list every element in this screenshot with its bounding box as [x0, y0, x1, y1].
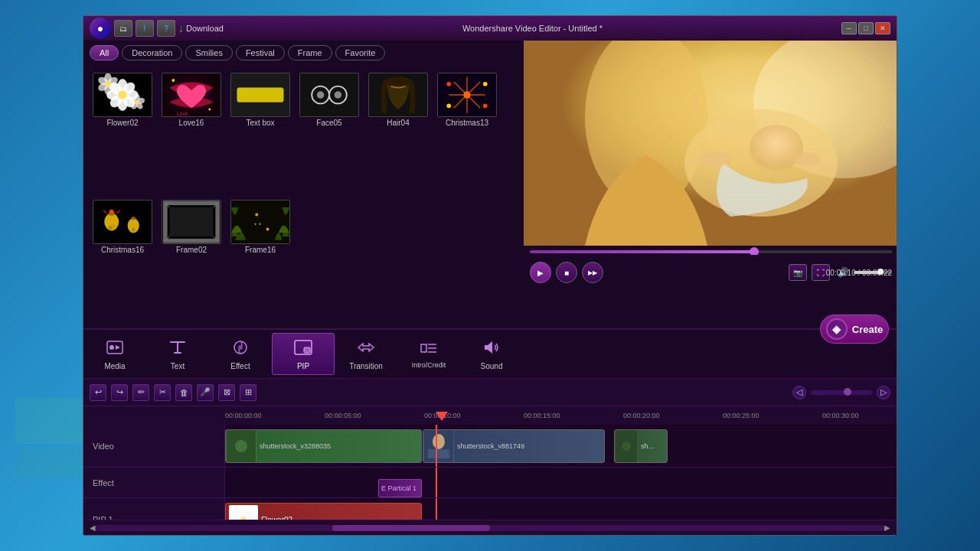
clips-grid: Flower02 [83, 65, 524, 328]
clip-label-love16: Love16 [179, 119, 204, 127]
svg-text:Love: Love [177, 111, 188, 116]
progress-track[interactable] [530, 250, 892, 253]
video-clip-3[interactable]: sh... [614, 429, 668, 463]
clip-hair04[interactable]: Hair04 [364, 70, 433, 197]
pip-icon [294, 338, 312, 360]
track-pip1: PIP 1 [83, 498, 897, 520]
tool-effect-label: Effect [230, 362, 250, 370]
clip-label-christmas13: Christmas13 [446, 119, 488, 127]
clip-label-flower02: Flower02 [106, 119, 138, 127]
tool-transition[interactable]: Transition [335, 333, 397, 375]
clip-label-frame16: Frame16 [245, 246, 276, 254]
timeline-scroll-left[interactable]: ◀ [90, 523, 96, 532]
video-clip-1[interactable]: shutterstock_v3288035 [225, 429, 422, 463]
zoom-in-btn[interactable]: ▷ [877, 386, 890, 399]
clip-label-face05: Face05 [316, 119, 341, 127]
delete-btn[interactable]: 🗑 [175, 384, 192, 401]
tool-text-label: Text [171, 362, 185, 370]
snapshot-btn[interactable]: 📷 [789, 264, 807, 281]
clip-frame16[interactable]: ✦ ✦ Frame16 [226, 197, 295, 324]
svg-point-44 [483, 103, 488, 108]
clip-textbox[interactable]: Text box [226, 70, 295, 197]
video-clip-thumb-3 [615, 430, 638, 462]
svg-text:*: * [452, 106, 454, 110]
tool-sound[interactable]: Sound [460, 333, 523, 375]
maximize-btn[interactable]: □ [858, 22, 874, 34]
cut-btn[interactable]: ✂ [154, 384, 171, 401]
fast-forward-btn[interactable]: ▶▶ [582, 262, 603, 283]
svg-rect-73 [524, 41, 897, 246]
tool-transition-label: Transition [349, 362, 383, 370]
stop-btn[interactable]: ■ [556, 262, 577, 283]
tool-intro-credit[interactable]: Intro/Credit [397, 333, 460, 375]
progress-fill [530, 250, 754, 253]
tab-smilies[interactable]: Smilies [185, 45, 232, 60]
ruler-mark-6: 00:00:30:00 [822, 412, 897, 419]
minimize-btn[interactable]: ─ [841, 22, 857, 34]
track-effect-label: Effect [83, 468, 225, 497]
svg-point-41 [446, 82, 451, 86]
edit-btn[interactable]: ✏ [132, 384, 149, 401]
tool-text[interactable]: Text [146, 333, 209, 375]
tool-media[interactable]: Media [83, 333, 146, 375]
file-manager-btn[interactable]: 🗂 [114, 20, 132, 37]
play-btn[interactable]: ▶ [530, 262, 551, 283]
playhead-video [436, 425, 437, 467]
intro-credit-icon [420, 339, 438, 360]
clip-christmas16[interactable]: Christmas16 [88, 197, 157, 324]
tab-frame[interactable]: Frame [288, 45, 332, 60]
ruler-mark-1: 00:00:05:00 [325, 412, 424, 419]
tab-decoration[interactable]: Decoration [122, 45, 182, 60]
clip-frame02[interactable]: Frame02 [157, 197, 226, 324]
h-scrollbar[interactable] [96, 525, 884, 531]
tab-all[interactable]: All [90, 45, 119, 60]
h-scrollbar-thumb [332, 525, 490, 531]
tool-pip[interactable]: PIP [272, 333, 335, 375]
ruler-marks: 00:00:00:00 00:00:05:00 00:00:10:00 00:0… [225, 412, 897, 419]
video-clip-2[interactable]: shutterstock_v881749 [423, 429, 605, 463]
title-bar-left: ● 🗂 f ? ↓ Download [90, 18, 224, 39]
zoom-slider[interactable] [811, 390, 872, 395]
time-display: 00:00:10 / 00:00:22 [826, 269, 892, 277]
clip-christmas13[interactable]: * * * * Christmas13 [433, 70, 501, 197]
action-toolbar: ↩ ↪ ✏ ✂ 🗑 🎤 ⊠ ⊞ ◁ ▷ [83, 379, 897, 406]
create-icon: ◈ [826, 318, 848, 328]
social-btn[interactable]: f [136, 20, 154, 37]
app-layout: All Decoration Smilies Festival Frame Fa… [83, 41, 897, 535]
create-btn[interactable]: ◈ Create [820, 315, 889, 328]
close-btn[interactable]: ✕ [875, 22, 890, 34]
clip-face05[interactable]: Face05 [295, 70, 364, 197]
download-btn[interactable]: ↓ Download [178, 22, 224, 34]
zoom-out-btn[interactable]: ◁ [792, 386, 806, 399]
preview-video [524, 41, 897, 246]
svg-point-15 [105, 81, 111, 87]
record-btn[interactable]: 🎤 [197, 384, 214, 401]
split-btn[interactable]: ⊠ [218, 384, 235, 401]
clip-flower02[interactable]: Flower02 [88, 70, 157, 197]
tool-sound-label: Sound [481, 362, 503, 370]
clip-love16[interactable]: Love Love16 [157, 70, 226, 197]
effect-clip-1[interactable]: E Partical 1 [378, 479, 422, 497]
top-section: All Decoration Smilies Festival Frame Fa… [83, 41, 897, 328]
window-title: Wondershare Video Editor - Untitled * [462, 24, 603, 33]
tool-intro-credit-label: Intro/Credit [412, 361, 446, 369]
redo-btn[interactable]: ↪ [111, 384, 128, 401]
pip-clip-thumb [229, 505, 258, 520]
tab-favorite[interactable]: Favorite [335, 45, 386, 60]
undo-btn[interactable]: ↩ [90, 384, 106, 401]
merge-btn[interactable]: ⊞ [240, 384, 256, 401]
svg-point-83 [433, 434, 445, 449]
timeline-scroll-right[interactable]: ▶ [884, 523, 890, 532]
tools-panel: Media Text [83, 329, 897, 379]
svg-point-21 [135, 100, 139, 105]
preview-section: ▶ ■ ▶▶ 📷 ⛶ 🔊 00:00:10 / 00:00:22 ◈ [524, 41, 897, 328]
effect-icon [231, 338, 250, 360]
tab-festival[interactable]: Festival [236, 45, 285, 60]
help-btn[interactable]: ? [157, 20, 175, 37]
pip-clip-1[interactable]: Flower02 [225, 503, 422, 520]
track-pip1-label: PIP 1 [83, 498, 225, 520]
filter-tabs: All Decoration Smilies Festival Frame Fa… [83, 41, 524, 65]
tool-effect[interactable]: Effect [209, 333, 272, 375]
svg-point-43 [446, 103, 451, 108]
svg-text:*: * [482, 106, 483, 110]
